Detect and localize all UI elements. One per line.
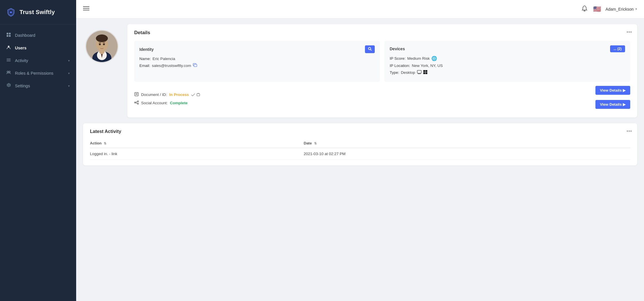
details-more-button[interactable]: •••: [626, 29, 632, 35]
username-label: Adam_Erickson: [605, 7, 634, 11]
social-row: Social Account: Complete: [134, 101, 380, 105]
user-menu-chevron-icon: ▾: [635, 7, 637, 11]
table-row: Logged in. - link 2021-03-10 at 02:27 PM: [90, 148, 630, 160]
doc-social-section: Document / ID: In Process Social Ac: [134, 90, 380, 107]
top-header: 🇺🇸 Adam_Erickson ▾: [76, 0, 644, 18]
sidebar-item-dashboard-label: Dashboard: [15, 33, 35, 38]
devices-section-title: Devices ... (2): [390, 45, 625, 52]
activity-table: Action ⇅ Date ⇅ Logged in. - link 2021-0…: [90, 139, 630, 160]
devices-more-button[interactable]: ... (2): [610, 45, 625, 52]
svg-rect-3: [9, 33, 11, 34]
svg-point-1: [10, 11, 12, 13]
svg-point-45: [137, 103, 139, 104]
svg-point-27: [368, 47, 371, 50]
view-details-button-1[interactable]: View Details ▶: [595, 86, 630, 95]
view-details-buttons: View Details ▶ View Details ▶: [385, 86, 630, 112]
svg-point-16: [584, 10, 585, 11]
details-card-title: Details: [134, 30, 630, 36]
activity-card-title: Latest Activity: [90, 129, 630, 134]
sidebar-logo-text: Trust Swiftly: [20, 9, 55, 16]
activity-chevron-icon: ▾: [68, 59, 70, 63]
svg-line-28: [371, 50, 372, 51]
svg-rect-7: [7, 59, 11, 59]
date-sort-icon[interactable]: ⇅: [314, 142, 317, 145]
action-column-header: Action ⇅: [90, 139, 304, 148]
ip-location-row: IP Location: New York, NY, US: [390, 63, 625, 68]
user-menu[interactable]: Adam_Erickson ▾: [605, 7, 637, 11]
svg-point-12: [8, 84, 9, 86]
action-sort-icon[interactable]: ⇅: [104, 142, 106, 145]
avatar-container: [83, 24, 120, 63]
svg-point-10: [7, 71, 9, 73]
sidebar-item-users-label: Users: [15, 46, 26, 50]
ip-score-row: IP Score: Medium Risk 🌐: [390, 56, 625, 61]
sidebar-item-activity-label: Activity: [15, 58, 28, 63]
svg-rect-36: [425, 70, 427, 72]
main-content: 🇺🇸 Adam_Erickson ▾: [76, 0, 644, 301]
svg-rect-4: [7, 35, 8, 37]
activity-more-button[interactable]: •••: [626, 128, 632, 134]
copy-email-icon[interactable]: [193, 63, 197, 68]
sidebar-navigation: Dashboard Users Activity ▾ Roles & Permi…: [0, 24, 76, 301]
roles-chevron-icon: ▾: [68, 72, 70, 75]
device-type-row: Type: Desktop: [390, 70, 625, 75]
svg-point-44: [137, 101, 139, 102]
svg-rect-31: [417, 70, 421, 73]
hamburger-icon[interactable]: [83, 6, 89, 12]
svg-rect-39: [135, 92, 138, 96]
name-row: Name: Eric Palencia: [139, 57, 375, 61]
social-status: Complete: [170, 101, 188, 105]
date-column-header: Date ⇅: [304, 139, 630, 148]
svg-rect-2: [7, 33, 8, 34]
svg-point-25: [99, 44, 101, 45]
monitor-icon: [417, 70, 422, 75]
trust-swiftly-logo-icon: [6, 7, 16, 17]
sidebar-item-settings[interactable]: Settings ▾: [0, 80, 76, 92]
svg-rect-9: [7, 61, 11, 61]
sidebar-item-activity[interactable]: Activity ▾: [0, 54, 76, 67]
sidebar-item-users[interactable]: Users: [0, 42, 76, 54]
date-cell: 2021-03-10 at 02:27 PM: [304, 148, 630, 160]
sidebar-item-roles-label: Roles & Permissions: [15, 71, 53, 76]
identity-section-title: Identity: [139, 45, 375, 53]
avatar: [85, 30, 118, 63]
sidebar-item-settings-label: Settings: [15, 84, 30, 88]
document-row: Document / ID: In Process: [134, 92, 380, 97]
activity-table-header-row: Action ⇅ Date ⇅: [90, 139, 630, 148]
windows-icon: [423, 70, 427, 75]
svg-point-6: [8, 46, 9, 47]
page-body: Details ••• Identity Name: Eric: [76, 18, 644, 301]
svg-rect-5: [9, 35, 11, 37]
document-action-icons: [191, 93, 200, 97]
svg-rect-35: [423, 70, 425, 72]
devices-section: Devices ... (2) IP Score: Medium Risk 🌐 …: [385, 41, 630, 82]
identity-search-button[interactable]: [365, 45, 375, 53]
svg-line-46: [136, 102, 137, 102]
view-details-button-2[interactable]: View Details ▶: [595, 100, 630, 109]
language-flag-icon[interactable]: 🇺🇸: [593, 5, 601, 13]
sidebar-item-roles[interactable]: Roles & Permissions ▾: [0, 67, 76, 80]
roles-icon: [6, 70, 11, 76]
svg-point-26: [103, 44, 105, 45]
svg-rect-37: [423, 72, 425, 74]
svg-rect-30: [194, 64, 197, 67]
settings-icon: [6, 83, 11, 89]
document-status: In Process: [169, 92, 189, 97]
document-icon: [134, 92, 139, 97]
details-grid: Identity Name: Eric Palencia Email: sale…: [134, 41, 630, 82]
sidebar-item-dashboard[interactable]: Dashboard: [0, 29, 76, 42]
svg-rect-38: [425, 72, 427, 74]
svg-line-47: [136, 103, 137, 103]
email-row: Email: sales@trustswiftly.com: [139, 63, 375, 68]
details-bottom: Document / ID: In Process Social Ac: [134, 86, 630, 112]
svg-point-43: [134, 102, 136, 103]
ip-risk-icon: 🌐: [431, 56, 437, 61]
sidebar-logo: Trust Swiftly: [0, 0, 76, 24]
profile-section: Details ••• Identity Name: Eric: [83, 24, 637, 117]
svg-point-11: [9, 71, 10, 73]
details-card: Details ••• Identity Name: Eric: [127, 24, 637, 117]
notification-bell-icon[interactable]: [582, 5, 587, 13]
svg-rect-8: [7, 60, 11, 60]
svg-point-24: [97, 34, 107, 40]
users-icon: [6, 45, 11, 51]
